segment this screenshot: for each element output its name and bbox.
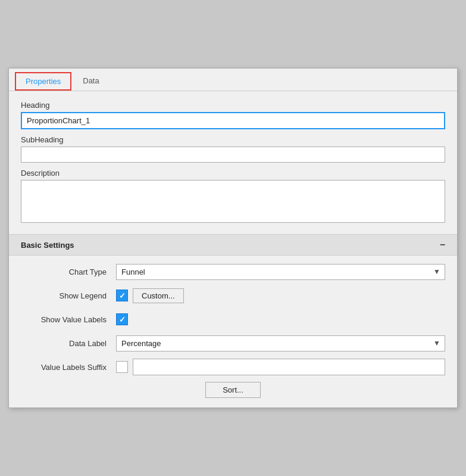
heading-label: Heading	[21, 101, 445, 110]
show-value-labels-label: Show Value Labels	[21, 315, 116, 324]
data-label-dropdown-wrapper: Percentage Value Both ▼	[116, 335, 445, 351]
fields-section: Heading SubHeading Description	[9, 91, 457, 234]
show-legend-check-icon: ✓	[119, 292, 126, 300]
value-labels-suffix-row: Value Labels Suffix	[21, 358, 445, 376]
tab-properties[interactable]: Properties	[15, 72, 71, 91]
show-legend-content: ✓ Custom...	[116, 288, 445, 303]
chart-type-content: Funnel Bar Pie Donut Line ▼	[116, 264, 445, 280]
basic-settings-section: Chart Type Funnel Bar Pie Donut Line ▼ S…	[9, 256, 457, 407]
show-value-labels-row: Show Value Labels ✓	[21, 310, 445, 328]
show-value-labels-checkbox[interactable]: ✓	[116, 313, 128, 325]
value-labels-suffix-input[interactable]	[133, 359, 445, 375]
data-label-content: Percentage Value Both ▼	[116, 335, 445, 351]
description-label: Description	[21, 169, 445, 178]
show-value-labels-content: ✓	[116, 313, 445, 325]
data-label-label: Data Label	[21, 339, 116, 348]
value-labels-suffix-content	[116, 359, 445, 375]
value-labels-suffix-label: Value Labels Suffix	[21, 363, 116, 372]
heading-input[interactable]	[21, 112, 445, 129]
chart-type-dropdown-wrapper: Funnel Bar Pie Donut Line ▼	[116, 264, 445, 280]
subheading-label: SubHeading	[21, 135, 445, 144]
sort-button[interactable]: Sort...	[205, 382, 261, 398]
properties-panel: Properties Data Heading SubHeading Descr…	[8, 68, 458, 408]
show-legend-label: Show Legend	[21, 291, 116, 300]
tab-data[interactable]: Data	[73, 72, 109, 91]
data-label-row: Data Label Percentage Value Both ▼	[21, 334, 445, 352]
basic-settings-header: Basic Settings −	[9, 234, 457, 256]
tab-bar: Properties Data	[9, 69, 457, 91]
basic-settings-title: Basic Settings	[21, 241, 74, 250]
sort-row: Sort...	[21, 382, 445, 398]
show-legend-checkbox[interactable]: ✓	[116, 290, 128, 301]
show-value-labels-check-icon: ✓	[119, 316, 126, 323]
collapse-icon[interactable]: −	[440, 239, 445, 250]
chart-type-label: Chart Type	[21, 267, 116, 276]
subheading-input[interactable]	[21, 147, 445, 163]
description-input[interactable]	[21, 180, 445, 223]
chart-type-select[interactable]: Funnel Bar Pie Donut Line	[116, 264, 445, 280]
custom-button[interactable]: Custom...	[133, 288, 184, 303]
data-label-select[interactable]: Percentage Value Both	[116, 335, 445, 351]
chart-type-row: Chart Type Funnel Bar Pie Donut Line ▼	[21, 263, 445, 281]
show-legend-row: Show Legend ✓ Custom...	[21, 287, 445, 304]
value-labels-suffix-checkbox[interactable]	[116, 361, 128, 373]
